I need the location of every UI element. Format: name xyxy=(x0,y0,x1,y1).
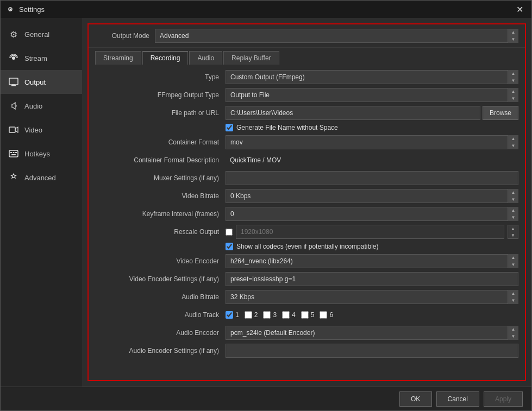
tab-audio[interactable]: Audio xyxy=(189,51,222,65)
sidebar-item-advanced[interactable]: Advanced xyxy=(1,166,82,189)
main-panel: Output Mode Advanced Simple ▲ ▼ xyxy=(82,18,531,387)
advanced-icon xyxy=(8,172,19,183)
spin-down[interactable]: ▼ xyxy=(508,196,518,203)
sidebar-item-output[interactable]: Output xyxy=(1,70,82,94)
audio-track-4-label: 4 xyxy=(292,311,296,319)
ffmpeg-output-type-row: FFmpeg Output Type Output to File ▲ ▼ xyxy=(95,88,518,102)
spin-up[interactable]: ▲ xyxy=(508,290,518,297)
audio-track-1-label: 1 xyxy=(235,311,239,319)
audio-track-1-checkbox[interactable] xyxy=(226,311,233,319)
audio-encoder-select[interactable]: pcm_s24le (Default Encoder) xyxy=(226,326,518,340)
video-bitrate-arrows: ▲ ▼ xyxy=(508,189,518,203)
sidebar-item-stream[interactable]: Stream xyxy=(1,46,82,70)
content-area: ⚙ General Stream xyxy=(1,18,531,387)
audio-track-3: 3 xyxy=(263,311,277,319)
audio-bitrate-input[interactable] xyxy=(226,290,518,304)
svg-rect-9 xyxy=(13,152,15,153)
audio-encoder-label: Audio Encoder xyxy=(95,329,226,337)
bottom-bar: OK Cancel Apply xyxy=(1,387,531,410)
svg-rect-6 xyxy=(9,127,15,132)
audio-track-6-checkbox[interactable] xyxy=(320,311,327,319)
file-path-input[interactable] xyxy=(226,106,480,120)
container-format-wrapper: mov ▲ ▼ xyxy=(226,135,518,149)
type-select-wrapper: Custom Output (FFmpeg) ▲ ▼ xyxy=(226,70,518,84)
rescale-output-control: ▲ ▼ xyxy=(226,225,518,239)
settings-window: Settings ✕ ⚙ General Stream xyxy=(0,0,532,411)
sidebar-label-audio: Audio xyxy=(24,102,42,110)
output-mode-label: Output Mode xyxy=(95,32,149,40)
window-title: Settings xyxy=(19,5,45,14)
muxer-settings-input[interactable] xyxy=(226,171,518,185)
container-format-desc-value: QuickTime / MOV xyxy=(226,155,285,166)
sidebar-label-output: Output xyxy=(24,78,46,86)
video-encoder-settings-input[interactable] xyxy=(226,272,518,286)
audio-bitrate-row: Audio Bitrate ▲ ▼ xyxy=(95,290,518,304)
audio-bitrate-arrows: ▲ ▼ xyxy=(508,290,518,304)
video-encoder-settings-control xyxy=(226,272,518,286)
svg-rect-5 xyxy=(12,85,15,86)
audio-encoder-settings-input[interactable] xyxy=(226,344,518,358)
rescale-output-checkbox[interactable] xyxy=(226,229,233,236)
video-bitrate-input[interactable] xyxy=(226,189,518,203)
keyframe-input[interactable] xyxy=(226,207,518,221)
file-path-label: File path or URL xyxy=(95,109,226,117)
spin-up[interactable]: ▲ xyxy=(508,207,518,214)
audio-track-2-checkbox[interactable] xyxy=(245,311,252,319)
tab-streaming[interactable]: Streaming xyxy=(95,51,141,65)
muxer-settings-label: Muxer Settings (if any) xyxy=(95,174,226,182)
arrow-up: ▲ xyxy=(508,225,518,232)
show-codecs-label: Show all codecs (even if potentially inc… xyxy=(236,243,378,250)
ok-button[interactable]: OK xyxy=(399,391,432,407)
video-encoder-select[interactable]: h264_nvenc (libx264) xyxy=(226,254,518,268)
close-button[interactable]: ✕ xyxy=(513,3,526,16)
sidebar-item-audio[interactable]: Audio xyxy=(1,94,82,118)
browse-button[interactable]: Browse xyxy=(483,106,518,120)
tab-replay-buffer[interactable]: Replay Buffer xyxy=(223,51,279,65)
spin-up[interactable]: ▲ xyxy=(508,189,518,196)
container-format-select[interactable]: mov xyxy=(226,135,518,149)
audio-encoder-wrapper: pcm_s24le (Default Encoder) ▲ ▼ xyxy=(226,326,518,340)
keyframe-control: ▲ ▼ xyxy=(226,207,518,221)
spin-down[interactable]: ▼ xyxy=(508,297,518,304)
keyframe-arrows: ▲ ▼ xyxy=(508,207,518,221)
sidebar-item-hotkeys[interactable]: Hotkeys xyxy=(1,142,82,166)
container-format-desc-control: QuickTime / MOV xyxy=(226,156,518,164)
svg-rect-11 xyxy=(11,154,16,155)
app-icon xyxy=(6,5,15,14)
general-icon: ⚙ xyxy=(8,29,19,40)
audio-track-2: 2 xyxy=(245,311,258,319)
svg-rect-3 xyxy=(9,78,18,85)
rescale-output-row: Rescale Output ▲ ▼ xyxy=(95,225,518,239)
tab-recording[interactable]: Recording xyxy=(142,51,189,65)
cancel-button[interactable]: Cancel xyxy=(436,391,479,407)
audio-track-3-checkbox[interactable] xyxy=(263,311,271,319)
spin-down[interactable]: ▼ xyxy=(508,214,518,221)
sidebar-item-general[interactable]: ⚙ General xyxy=(1,22,82,46)
sidebar-item-video[interactable]: Video xyxy=(1,118,82,142)
audio-track-5-label: 5 xyxy=(311,311,315,319)
stream-icon xyxy=(8,53,19,64)
audio-bitrate-control: ▲ ▼ xyxy=(226,290,518,304)
container-format-desc-label: Container Format Description xyxy=(95,156,226,164)
output-mode-select[interactable]: Advanced Simple xyxy=(155,29,518,43)
muxer-settings-row: Muxer Settings (if any) xyxy=(95,171,518,185)
sidebar-label-stream: Stream xyxy=(24,54,47,62)
audio-track-5: 5 xyxy=(301,311,315,319)
type-select[interactable]: Custom Output (FFmpeg) xyxy=(226,70,518,84)
output-mode-row: Output Mode Advanced Simple ▲ ▼ xyxy=(89,24,525,48)
container-format-desc-row: Container Format Description QuickTime /… xyxy=(95,153,518,167)
video-bitrate-label: Video Bitrate xyxy=(95,192,226,200)
keyframe-label: Keyframe interval (frames) xyxy=(95,210,226,218)
keyframe-row: Keyframe interval (frames) ▲ ▼ xyxy=(95,207,518,221)
audio-track-6-label: 6 xyxy=(329,311,333,319)
container-format-label: Container Format xyxy=(95,138,226,146)
ffmpeg-output-type-select[interactable]: Output to File xyxy=(226,88,518,102)
apply-button[interactable]: Apply xyxy=(484,391,523,407)
audio-track-1: 1 xyxy=(226,311,239,319)
sidebar-label-general: General xyxy=(24,30,49,39)
audio-track-5-checkbox[interactable] xyxy=(301,311,309,319)
generate-filename-checkbox[interactable] xyxy=(226,124,233,131)
show-codecs-checkbox[interactable] xyxy=(226,243,233,250)
audio-track-4-checkbox[interactable] xyxy=(282,311,290,319)
audio-track-4: 4 xyxy=(282,311,296,319)
